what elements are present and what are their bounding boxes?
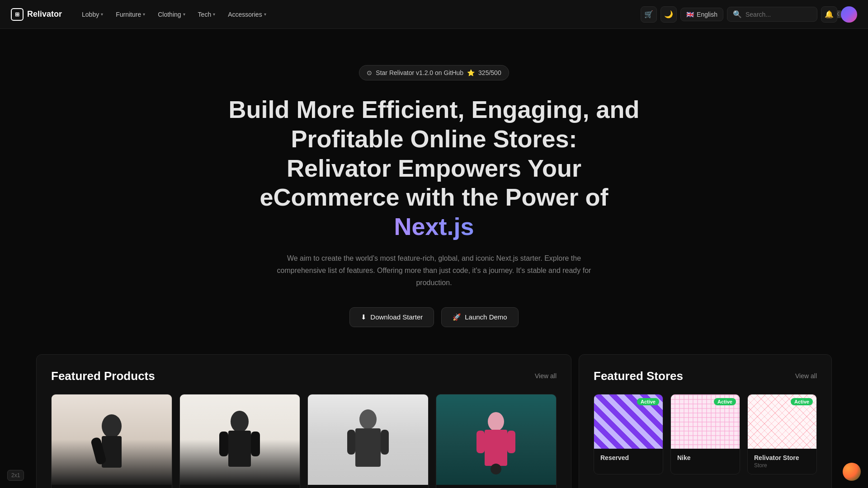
logo-icon: ⊞ (11, 8, 24, 21)
nav-item-accessories[interactable]: Accessories ▾ (222, 8, 271, 21)
store-info: Reserved (594, 449, 663, 468)
github-badge[interactable]: ⊙ Star Relivator v1.2.0 on GitHub ⭐ 325/… (359, 65, 509, 80)
svg-point-15 (491, 464, 501, 474)
search-input[interactable] (745, 11, 825, 18)
hero-section: ⊙ Star Relivator v1.2.0 on GitHub ⭐ 325/… (208, 29, 660, 354)
nav-item-tech[interactable]: Tech ▾ (193, 8, 221, 21)
svg-rect-8 (355, 428, 381, 467)
product-card[interactable]: Oriental Concrete... $732 Add to cart (179, 394, 301, 488)
svg-rect-5 (251, 432, 260, 456)
search-box[interactable]: 🔍 ⌘K (727, 7, 817, 22)
svg-rect-4 (228, 431, 251, 467)
chevron-down-icon: ▾ (183, 12, 185, 17)
svg-rect-14 (476, 431, 485, 453)
flag-icon: 🇬🇧 (686, 11, 694, 18)
logo-link[interactable]: ⊞ Relivator (11, 8, 62, 21)
products-section-header: Featured Products View all (51, 369, 557, 383)
chevron-down-icon: ▾ (101, 12, 103, 17)
product-info: Luxurious Granite... $711 Add to cart (52, 485, 172, 488)
navbar: ⊞ Relivator Lobby ▾ Furniture ▾ Clothing… (0, 0, 868, 29)
cart-button[interactable]: 🛒 (641, 6, 657, 23)
active-badge: Active (791, 398, 813, 405)
version-badge: 2x1 (7, 470, 24, 481)
store-image: Active (594, 394, 663, 449)
store-card-relivator[interactable]: Active Relivator Store Store (747, 394, 817, 474)
stores-view-all-link[interactable]: View all (795, 372, 817, 380)
product-figure (180, 394, 300, 485)
bottom-avatar[interactable] (843, 463, 861, 481)
svg-point-11 (488, 412, 504, 431)
nav-links: Lobby ▾ Furniture ▾ Clothing ▾ Tech ▾ Ac… (76, 8, 641, 21)
product-image (436, 394, 557, 485)
store-info: Relivator Store Store (748, 449, 816, 474)
svg-rect-1 (102, 436, 122, 468)
stores-section-header: Featured Stores View all (594, 369, 817, 383)
hero-buttons: ⬇ Download Starter 🚀 Launch Demo (226, 307, 642, 327)
star-icon: ⭐ (467, 69, 475, 76)
product-card[interactable]: Electronic Rubber... $240 Add to cart (307, 394, 429, 488)
svg-point-7 (359, 409, 377, 429)
product-image (180, 394, 300, 485)
main-content: Featured Products View all (18, 354, 850, 488)
svg-rect-10 (347, 430, 355, 455)
nav-item-furniture[interactable]: Furniture ▾ (110, 8, 151, 21)
svg-rect-6 (219, 432, 228, 456)
nav-item-clothing[interactable]: Clothing ▾ (152, 8, 190, 21)
stores-grid: Active Reserved Active Nike (594, 394, 817, 474)
stores-section-title: Featured Stores (594, 369, 683, 383)
product-info: Electronic Rubber... $240 Add to cart (308, 485, 428, 488)
store-image: Active (748, 394, 816, 449)
product-figure (436, 394, 557, 485)
product-image (52, 394, 172, 485)
featured-stores-section: Featured Stores View all Active Reserved (579, 354, 832, 488)
store-name: Reserved (600, 454, 656, 461)
products-section-title: Featured Products (51, 369, 155, 383)
product-card[interactable]: Luxurious Granite... $711 Add to cart (51, 394, 172, 488)
store-type: Store (754, 462, 810, 469)
product-image (308, 394, 428, 485)
svg-rect-13 (507, 431, 515, 453)
active-badge: Active (714, 398, 736, 405)
nav-item-lobby[interactable]: Lobby ▾ (76, 8, 108, 21)
svg-rect-9 (381, 430, 389, 455)
product-info: Relivator Official $1 Add to cart (436, 485, 557, 488)
svg-point-0 (102, 414, 122, 438)
github-icon: ⊙ (367, 69, 372, 76)
search-icon: 🔍 (733, 10, 742, 19)
hero-description: We aim to create the world's most featur… (276, 252, 592, 289)
launch-demo-button[interactable]: 🚀 Launch Demo (441, 307, 518, 327)
store-card-nike[interactable]: Active Nike (670, 394, 740, 474)
nav-right: 🛒 🌙 🇬🇧 English 🔍 ⌘K 🔔 (641, 6, 857, 23)
product-figure (52, 394, 172, 485)
svg-rect-12 (485, 430, 507, 466)
products-grid: Luxurious Granite... $711 Add to cart (51, 394, 557, 488)
avatar[interactable] (841, 6, 857, 23)
featured-products-section: Featured Products View all (36, 354, 571, 488)
chevron-down-icon: ▾ (143, 12, 145, 17)
chevron-down-icon: ▾ (264, 12, 266, 17)
store-info: Nike (671, 449, 740, 468)
store-name: Relivator Store (754, 454, 810, 461)
download-starter-button[interactable]: ⬇ Download Starter (349, 307, 434, 327)
hero-heading: Build More Efficient, Engaging, and Prof… (226, 95, 642, 241)
product-figure (308, 394, 428, 485)
language-selector[interactable]: 🇬🇧 English (680, 8, 723, 21)
product-card[interactable]: Relivator Official $1 Add to cart (436, 394, 557, 488)
product-info: Oriental Concrete... $732 Add to cart (180, 485, 300, 488)
download-icon: ⬇ (361, 313, 367, 321)
store-card-reserved[interactable]: Active Reserved (594, 394, 663, 474)
active-badge: Active (637, 398, 659, 405)
store-name: Nike (677, 454, 733, 461)
launch-icon: 🚀 (453, 313, 461, 321)
notifications-button[interactable]: 🔔 (821, 6, 837, 23)
chevron-down-icon: ▾ (213, 12, 215, 17)
theme-toggle-button[interactable]: 🌙 (660, 6, 677, 23)
products-view-all-link[interactable]: View all (535, 372, 557, 380)
store-image: Active (671, 394, 740, 449)
svg-point-3 (231, 411, 249, 432)
logo-text: Relivator (27, 9, 62, 19)
